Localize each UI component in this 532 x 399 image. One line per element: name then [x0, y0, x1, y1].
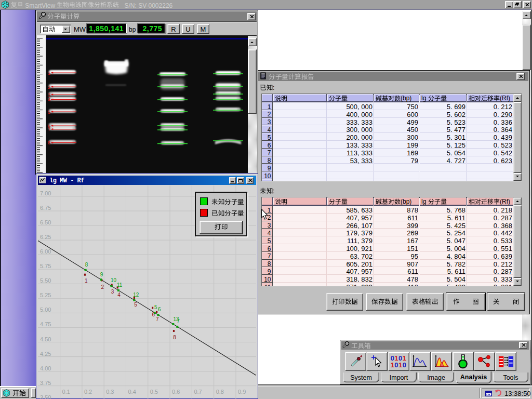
- svg-text:7: 7: [156, 316, 159, 322]
- svg-text:0.1: 0.1: [62, 389, 70, 395]
- svg-text:3.75: 3.75: [40, 380, 51, 386]
- svg-text:5: 5: [154, 304, 157, 310]
- svg-text:8: 8: [48, 140, 50, 145]
- svg-text:4.75: 4.75: [40, 321, 51, 327]
- svg-text:0.2: 0.2: [84, 389, 92, 395]
- svg-text:5: 5: [48, 109, 50, 115]
- svg-text:7.00: 7.00: [40, 190, 51, 196]
- svg-text:2: 2: [48, 84, 50, 90]
- svg-text:4: 4: [117, 292, 121, 298]
- svg-text:6.50: 6.50: [40, 219, 51, 225]
- svg-text:10: 10: [111, 277, 117, 283]
- svg-text:7: 7: [177, 318, 180, 324]
- svg-text:0.7: 0.7: [194, 389, 202, 395]
- svg-text:6: 6: [152, 312, 155, 317]
- svg-text:0.9: 0.9: [238, 389, 246, 395]
- svg-text:7: 7: [48, 126, 50, 132]
- svg-text:6.00: 6.00: [40, 248, 51, 255]
- svg-text:4: 4: [48, 97, 50, 102]
- svg-text:4.50: 4.50: [40, 336, 51, 342]
- svg-text:6: 6: [158, 307, 161, 312]
- svg-text:5.00: 5.00: [40, 307, 51, 313]
- svg-text:5.75: 5.75: [40, 263, 51, 269]
- svg-text:4.00: 4.00: [40, 365, 51, 371]
- svg-text:3: 3: [111, 289, 114, 295]
- svg-text:8: 8: [173, 335, 176, 340]
- svg-text:5: 5: [134, 302, 137, 308]
- svg-text:1: 1: [85, 278, 88, 284]
- svg-text:0.4: 0.4: [128, 389, 136, 395]
- svg-text:1: 1: [48, 70, 50, 76]
- svg-text:11: 11: [117, 282, 123, 288]
- svg-text:0.6: 0.6: [172, 389, 180, 395]
- svg-text:5.50: 5.50: [40, 277, 51, 284]
- svg-text:0.3: 0.3: [106, 389, 114, 395]
- svg-text:0.5: 0.5: [150, 389, 158, 395]
- svg-text:6.25: 6.25: [40, 234, 51, 240]
- svg-text:8: 8: [85, 262, 88, 268]
- svg-text:12: 12: [133, 292, 139, 298]
- svg-text:3.50: 3.50: [40, 394, 51, 399]
- svg-text:0.8: 0.8: [216, 389, 224, 395]
- svg-text:6.75: 6.75: [40, 205, 51, 211]
- svg-text:2: 2: [101, 284, 104, 290]
- svg-text:5.25: 5.25: [40, 292, 51, 298]
- svg-text:4.25: 4.25: [40, 351, 51, 357]
- svg-text:9: 9: [100, 272, 103, 277]
